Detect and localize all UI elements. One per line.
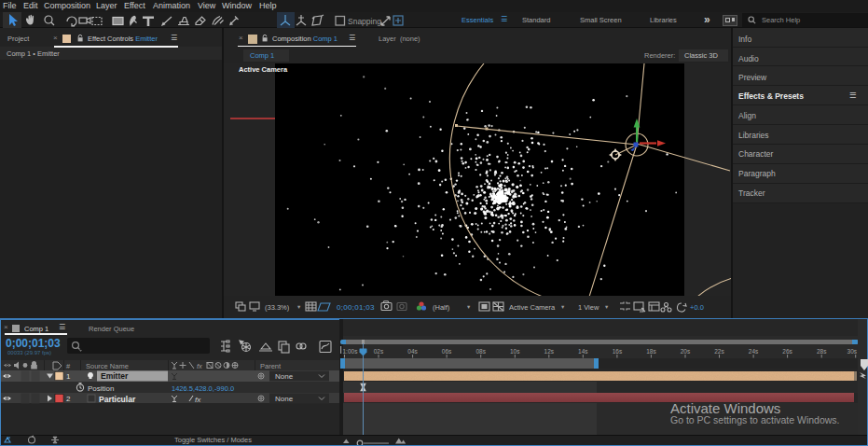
svg-text:None: None bbox=[275, 395, 294, 403]
svg-text:fx: fx bbox=[195, 395, 201, 403]
svg-text:12s: 12s bbox=[544, 348, 555, 355]
svg-text:18s: 18s bbox=[646, 348, 656, 355]
svg-text:26s: 26s bbox=[782, 348, 792, 355]
svg-text:1: 1 bbox=[66, 372, 71, 381]
svg-text:1426.5,428.0,-990.0: 1426.5,428.0,-990.0 bbox=[172, 383, 234, 392]
svg-text:08s: 08s bbox=[475, 348, 486, 355]
svg-text:Source Name: Source Name bbox=[86, 362, 129, 370]
svg-text:#: # bbox=[66, 362, 71, 370]
svg-text:Emitter: Emitter bbox=[101, 371, 129, 381]
svg-text:fx: fx bbox=[197, 362, 202, 370]
svg-text:06s: 06s bbox=[442, 348, 452, 355]
svg-text:14s: 14s bbox=[578, 348, 588, 355]
svg-text:24s: 24s bbox=[749, 348, 759, 355]
svg-text:04s: 04s bbox=[407, 348, 418, 355]
svg-text:Toggle Switches / Modes: Toggle Switches / Modes bbox=[174, 436, 252, 444]
svg-text:1:00s: 1:00s bbox=[343, 348, 359, 355]
svg-text:2: 2 bbox=[66, 395, 71, 403]
svg-text:20s: 20s bbox=[681, 348, 691, 355]
svg-text:02s: 02s bbox=[374, 348, 384, 355]
svg-text:Position: Position bbox=[88, 383, 114, 392]
svg-text:Parent: Parent bbox=[260, 362, 282, 370]
svg-text:16s: 16s bbox=[613, 348, 623, 355]
svg-text:10s: 10s bbox=[510, 348, 520, 355]
svg-text:28s: 28s bbox=[817, 348, 827, 355]
svg-text:30s: 30s bbox=[847, 348, 858, 355]
svg-text:22s: 22s bbox=[714, 348, 724, 355]
svg-text:Particular: Particular bbox=[99, 394, 136, 403]
svg-text:None: None bbox=[275, 372, 294, 381]
